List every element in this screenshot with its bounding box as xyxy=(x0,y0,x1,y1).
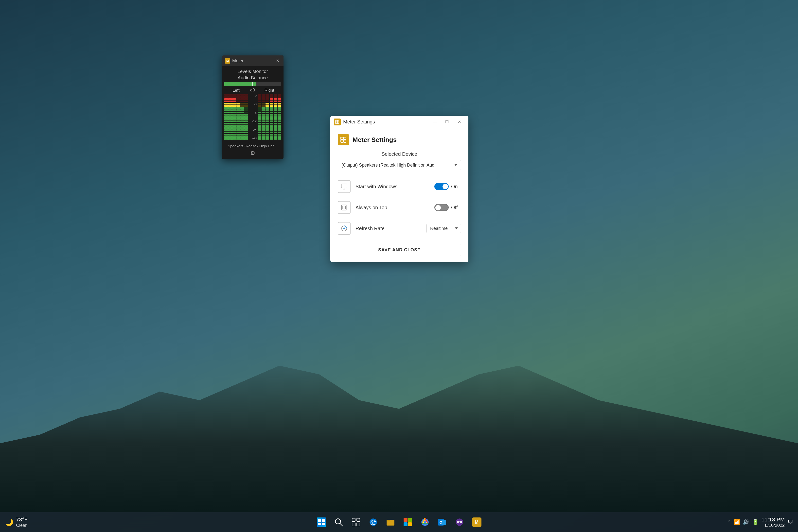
minimize-button[interactable]: — xyxy=(429,118,440,126)
maximize-button[interactable]: ☐ xyxy=(441,118,452,126)
seg xyxy=(262,116,265,118)
seg xyxy=(228,138,232,140)
taskbar-task-view-button[interactable] xyxy=(350,516,363,529)
weather-widget[interactable]: 🌙 73°F Clear xyxy=(5,516,27,528)
r-seg-row-g2 xyxy=(258,109,281,111)
seg xyxy=(224,136,228,138)
svg-rect-12 xyxy=(342,205,347,210)
seg xyxy=(232,120,236,122)
meter-device-name: Speakers (Realtek High Defi... xyxy=(228,144,278,148)
db-scale: 0 -3 -6 -12 -24 -48 xyxy=(248,94,257,140)
seg-row-1 xyxy=(224,96,248,98)
save-close-button[interactable]: SAVE AND CLOSE xyxy=(338,244,461,256)
seg xyxy=(274,123,277,125)
seg xyxy=(237,109,240,111)
seg xyxy=(265,112,269,113)
seg xyxy=(224,116,228,118)
svg-rect-6 xyxy=(341,140,343,142)
battery-icon[interactable]: 🔋 xyxy=(752,519,759,525)
network-icon[interactable]: 📶 xyxy=(734,519,740,525)
seg xyxy=(278,100,281,102)
refresh-rate-dropdown[interactable]: Realtime 60fps 30fps 15fps xyxy=(426,224,461,233)
seg xyxy=(237,129,240,131)
settings-title-text: Meter Settings xyxy=(343,119,375,125)
seg xyxy=(244,125,248,127)
seg xyxy=(240,125,244,127)
seg xyxy=(270,125,273,127)
start-with-windows-toggle-container: On xyxy=(434,183,461,190)
r-seg-row-g12 xyxy=(258,132,281,133)
chevron-up-icon[interactable]: ⌃ xyxy=(727,519,731,525)
seg xyxy=(228,134,232,135)
seg xyxy=(265,105,269,107)
weather-description: Clear xyxy=(16,523,27,528)
settings-gear-button[interactable]: ⚙ xyxy=(249,149,256,157)
svg-rect-25 xyxy=(404,518,408,522)
notification-icon[interactable]: 🗨 xyxy=(787,519,793,525)
settings-app-icon xyxy=(334,118,341,126)
desktop: M Meter ✕ Levels Monitor Audio Balance L… xyxy=(0,0,798,532)
taskbar: 🌙 73°F Clear xyxy=(0,512,798,532)
r-seg-row-g7 xyxy=(258,120,281,122)
close-button[interactable]: ✕ xyxy=(453,118,465,126)
seg-row-g9 xyxy=(224,125,248,127)
volume-icon[interactable]: 🔊 xyxy=(743,519,749,525)
r-seg-row-4 xyxy=(258,103,281,104)
seg xyxy=(278,138,281,140)
taskbar-explorer-button[interactable] xyxy=(384,516,397,529)
seg xyxy=(224,109,228,111)
seg xyxy=(258,114,261,116)
taskbar-edge-button[interactable] xyxy=(367,516,379,529)
seg xyxy=(228,109,232,111)
taskbar-left: 🌙 73°F Clear xyxy=(5,516,54,528)
taskbar-meter-button[interactable]: M xyxy=(470,516,483,529)
seg-row-g8 xyxy=(224,123,248,125)
seg xyxy=(278,94,281,96)
vu-db-label: dB xyxy=(248,88,258,93)
start-with-windows-toggle[interactable] xyxy=(434,183,449,190)
r-seg-row-g11 xyxy=(258,129,281,131)
seg xyxy=(232,105,236,107)
taskbar-start-button[interactable] xyxy=(315,516,328,529)
seg xyxy=(258,105,261,107)
seg xyxy=(237,96,240,98)
r-seg-row-3 xyxy=(258,100,281,102)
svg-rect-28 xyxy=(408,522,412,526)
svg-rect-19 xyxy=(357,518,360,521)
svg-rect-5 xyxy=(344,137,346,139)
taskbar-chrome-button[interactable] xyxy=(419,516,431,529)
seg xyxy=(265,127,269,129)
settings-window-controls: — ☐ ✕ xyxy=(429,118,465,126)
outlook-icon: O xyxy=(437,517,447,527)
seg xyxy=(228,118,232,120)
taskbar-mr-button[interactable] xyxy=(453,516,466,529)
seg xyxy=(228,116,232,118)
device-dropdown[interactable]: (Output) Speakers (Realtek High Definiti… xyxy=(338,160,461,170)
weather-info: 73°F Clear xyxy=(16,516,27,528)
seg xyxy=(244,94,248,96)
meter-close-button[interactable]: ✕ xyxy=(275,58,281,64)
seg xyxy=(258,127,261,129)
seg xyxy=(240,132,244,133)
r-seg-row-g14 xyxy=(258,136,281,138)
seg xyxy=(265,114,269,116)
clock[interactable]: 11:13 PM 8/10/2022 xyxy=(762,516,785,528)
seg xyxy=(274,114,277,116)
seg xyxy=(262,127,265,129)
seg xyxy=(265,109,269,111)
taskbar-outlook-button[interactable]: O xyxy=(436,516,449,529)
refresh-rate-row: Refresh Rate Realtime 60fps 30fps 15fps xyxy=(338,218,461,239)
always-on-top-toggle[interactable] xyxy=(434,204,449,211)
seg xyxy=(237,114,240,116)
taskbar-store-button[interactable] xyxy=(401,516,414,529)
seg xyxy=(228,100,232,102)
meter-title-text: Meter xyxy=(232,58,244,63)
seg xyxy=(274,100,277,102)
svg-point-15 xyxy=(344,228,345,229)
settings-window: Meter Settings — ☐ ✕ Mete xyxy=(330,116,468,262)
seg xyxy=(244,100,248,102)
seg xyxy=(262,129,265,131)
left-channel xyxy=(224,94,248,140)
seg xyxy=(244,116,248,118)
taskbar-search-button[interactable] xyxy=(332,516,345,529)
